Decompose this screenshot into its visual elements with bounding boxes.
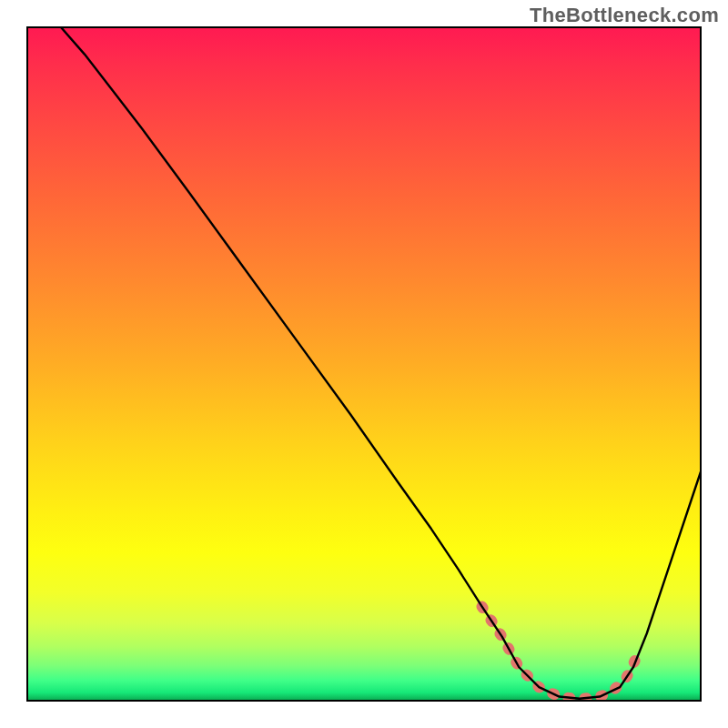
gradient-background	[27, 27, 701, 701]
chart-svg	[0, 0, 728, 728]
bottleneck-chart: TheBottleneck.com	[0, 0, 728, 728]
watermark-text: TheBottleneck.com	[530, 4, 719, 27]
